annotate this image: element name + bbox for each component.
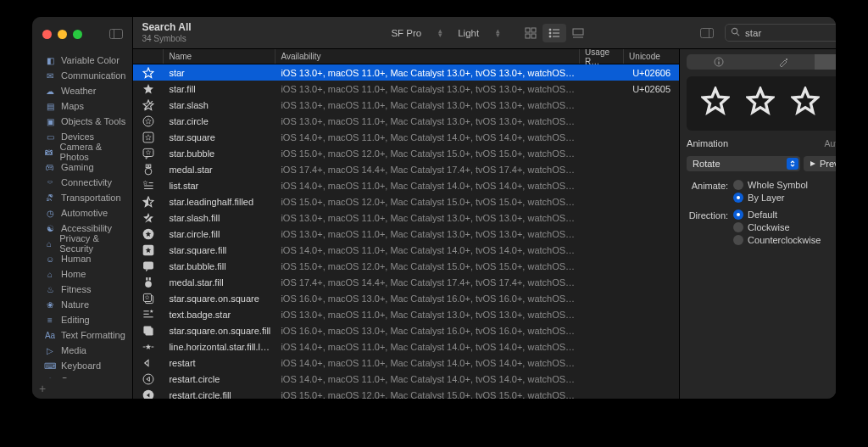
svg-rect-37: [144, 293, 152, 301]
sidebar-add-button[interactable]: +: [32, 378, 132, 399]
inspector-tab-group: [687, 54, 836, 70]
zoom-window-button[interactable]: [73, 30, 82, 39]
font-select[interactable]: SF Pro ▴▾: [387, 28, 446, 38]
sidebar-item-maps[interactable]: ▤Maps: [32, 98, 132, 114]
table-row[interactable]: medal.star.filliOS 17.4+, macOS 14.4+, M…: [133, 274, 679, 290]
table-row[interactable]: medal.stariOS 17.4+, macOS 14.4+, Mac Ca…: [133, 161, 679, 177]
column-header-usage[interactable]: Usage R…: [580, 49, 624, 64]
table-row[interactable]: text.badge.stariOS 13.0+, macOS 11.0+, M…: [133, 306, 679, 322]
content-area: Name Availability Usage R… Unicode stari…: [133, 49, 836, 399]
table-row[interactable]: star.circleiOS 13.0+, macOS 11.0+, Mac C…: [133, 113, 679, 129]
table-row[interactable]: star.bubbleiOS 15.0+, macOS 12.0+, Mac C…: [133, 145, 679, 161]
play-icon: ▷: [44, 344, 56, 356]
sidebar-item-transportation[interactable]: ⛐Transportation: [32, 190, 132, 205]
table-row[interactable]: star.slash.filliOS 13.0+, macOS 11.0+, M…: [133, 210, 679, 226]
table-row[interactable]: line.horizontal.star.fill.line.ho…iOS 14…: [133, 338, 679, 355]
table-row[interactable]: star.filliOS 13.0+, macOS 11.0+, Mac Cat…: [133, 81, 679, 97]
lock-icon: ⌂: [44, 237, 54, 249]
toggle-inspector-button[interactable]: [696, 25, 718, 42]
animate-radio-by-layer[interactable]: By Layer: [733, 193, 808, 203]
table-row[interactable]: star.square.on.squareiOS 16.0+, macOS 13…: [133, 290, 679, 306]
direction-radio-default[interactable]: Default: [733, 210, 821, 220]
sidebar-item-privacy-security[interactable]: ⌂Privacy & Security: [32, 236, 132, 251]
animation-type-select[interactable]: Rotate: [687, 156, 800, 171]
animate-label: Animate:: [687, 180, 733, 191]
row-name: star.slash: [164, 100, 275, 110]
table-row[interactable]: star.leadinghalf.fillediOS 15.0+, macOS …: [133, 193, 679, 210]
sidebar-item-text-formatting[interactable]: AaText Formatting: [32, 327, 132, 343]
row-availability: iOS 14.0+, macOS 11.0+, Mac Catalyst 14.…: [275, 358, 580, 368]
row-availability: iOS 13.0+, macOS 11.0+, Mac Catalyst 13.…: [275, 229, 580, 239]
sidebar-item-label: Nature: [61, 299, 89, 310]
inspector-tab-color[interactable]: [751, 54, 815, 70]
preview-animation-button[interactable]: Preview: [804, 156, 836, 171]
minimize-window-button[interactable]: [58, 30, 67, 39]
sidebar-item-label: Privacy & Security: [59, 233, 125, 254]
chevron-updown-icon: ▴▾: [496, 29, 500, 37]
table-row[interactable]: star.square.on.square.filliOS 16.0+, mac…: [133, 322, 679, 338]
inspector-tab-info[interactable]: [687, 54, 751, 70]
toggle-sidebar-button[interactable]: [105, 25, 127, 42]
search-input[interactable]: [743, 27, 836, 39]
table-row[interactable]: restart.circle.filliOS 15.0+, macOS 12.0…: [133, 387, 679, 399]
sidebar-item-nature[interactable]: ❀Nature: [32, 297, 132, 312]
gauge-icon: ◷: [44, 207, 56, 219]
cloud-icon: ☁: [44, 85, 56, 97]
sidebar-item-camera-photos[interactable]: 📷︎Camera & Photos: [32, 144, 132, 159]
sidebar-item-fitness[interactable]: ♨Fitness: [32, 282, 132, 297]
table-row[interactable]: star.slashiOS 13.0+, macOS 11.0+, Mac Ca…: [133, 97, 679, 113]
column-header-unicode[interactable]: Unicode: [624, 49, 679, 64]
table-row[interactable]: star.circle.filliOS 13.0+, macOS 11.0+, …: [133, 226, 679, 242]
close-window-button[interactable]: [42, 30, 52, 39]
gallery-view-button[interactable]: [566, 24, 590, 42]
table-row[interactable]: stariOS 13.0+, macOS 11.0+, Mac Catalyst…: [133, 64, 679, 81]
sidebar-item-label: Camera & Photos: [60, 142, 126, 162]
appearance-select[interactable]: Light ▴▾: [454, 28, 504, 38]
sidebar-item-keyboard[interactable]: ⌨Keyboard: [32, 358, 132, 373]
sidebar-item-label: Gaming: [61, 162, 94, 172]
sidebar-item-variable-color[interactable]: ◧Variable Color: [32, 53, 132, 68]
column-header-name[interactable]: Name: [164, 49, 275, 64]
symbol-table: Name Availability Usage R… Unicode stari…: [133, 49, 679, 399]
row-unicode: U+02606: [624, 68, 679, 78]
search-field[interactable]: ✕: [725, 24, 836, 42]
column-header-availability[interactable]: Availability: [275, 49, 580, 64]
inspector-tab-animation[interactable]: [815, 54, 836, 70]
sidebar-item-weather[interactable]: ☁Weather: [32, 83, 132, 98]
svg-rect-34: [149, 277, 151, 281]
grid-view-button[interactable]: [519, 24, 542, 42]
sidebar-item-media[interactable]: ▷Media: [32, 343, 132, 358]
radio-icon: [733, 193, 743, 203]
column-header-icon[interactable]: [133, 49, 164, 64]
row-availability: iOS 13.0+, macOS 11.0+, Mac Catalyst 13.…: [275, 213, 580, 223]
row-availability: iOS 16.0+, macOS 13.0+, Mac Catalyst 16.…: [275, 326, 580, 336]
table-row[interactable]: star.bubble.filliOS 15.0+, macOS 12.0+, …: [133, 258, 679, 274]
direction-radio-counterclockwise[interactable]: Counterclockwise: [733, 235, 821, 245]
row-name: restart.circle: [164, 374, 275, 384]
row-unicode: U+02605: [624, 84, 679, 94]
sidebar-item-automotive[interactable]: ◷Automotive: [32, 205, 132, 221]
table-row[interactable]: restart.circleiOS 14.0+, macOS 11.0+, Ma…: [133, 371, 679, 387]
table-row[interactable]: star.squareiOS 14.0+, macOS 11.0+, Mac C…: [133, 129, 679, 145]
table-row[interactable]: restartiOS 14.0+, macOS 11.0+, Mac Catal…: [133, 355, 679, 371]
list-view-button[interactable]: [542, 24, 566, 42]
sidebar-item-objects-tools[interactable]: ▣Objects & Tools: [32, 114, 132, 129]
sidebar-item-connectivity[interactable]: ⌔Connectivity: [32, 175, 132, 190]
sidebar-item-home[interactable]: ⌂Home: [32, 266, 132, 282]
table-row[interactable]: list.stariOS 14.0+, macOS 11.0+, Mac Cat…: [133, 177, 679, 193]
inspector-panel: Animation Automatic Rotate: [679, 49, 836, 399]
table-row[interactable]: star.square.filliOS 14.0+, macOS 11.0+, …: [133, 242, 679, 258]
chevron-updown-icon: ▴▾: [438, 29, 442, 37]
toolbar-title-block: Search All 34 Symbols: [142, 22, 191, 43]
sidebar-item-editing[interactable]: ≡Editing: [32, 312, 132, 327]
row-symbol-icon: [133, 388, 164, 399]
svg-rect-32: [143, 261, 153, 269]
text-icon: Aa: [44, 329, 56, 341]
animate-radio-whole-symbol[interactable]: Whole Symbol: [733, 180, 808, 190]
direction-radio-clockwise[interactable]: Clockwise: [733, 222, 821, 232]
sidebar-item-communication[interactable]: ✉Communication: [32, 68, 132, 83]
row-name: star.square.fill: [164, 245, 275, 255]
table-header: Name Availability Usage R… Unicode: [133, 49, 679, 64]
row-symbol-icon: [133, 131, 164, 143]
row-symbol-icon: [133, 227, 164, 240]
